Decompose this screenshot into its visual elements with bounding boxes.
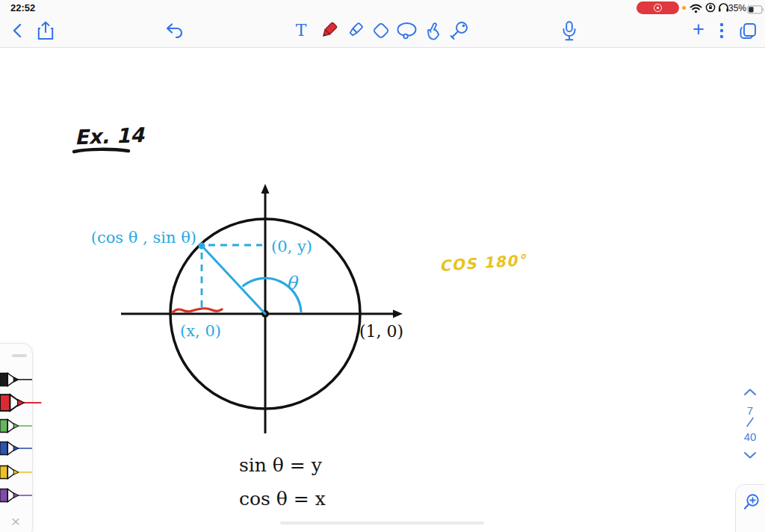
pen-palette: × (0, 343, 33, 532)
lasso-icon (397, 21, 418, 40)
back-button[interactable] (6, 19, 28, 42)
pen-icon (319, 21, 338, 40)
undo-button[interactable] (163, 19, 185, 42)
y-axis-point-label: (0, y) (271, 238, 312, 256)
pen-tool-green[interactable] (0, 417, 34, 435)
recording-indicator[interactable] (637, 1, 679, 14)
pen-tool-button[interactable] (318, 19, 340, 42)
highlight-note: COS 180° (439, 251, 527, 275)
radius-line (203, 247, 265, 314)
x-foot-label: (x, 0) (180, 322, 221, 340)
laser-pointer-icon (449, 21, 470, 40)
zoom-in-button[interactable] (742, 492, 761, 515)
eraser-tool-button[interactable] (370, 19, 392, 42)
zoom-tool-panel (735, 484, 765, 532)
add-page-button[interactable]: + (687, 19, 710, 42)
page-navigator: 7 40 (738, 386, 762, 463)
total-page-number: 40 (738, 430, 762, 443)
orientation-lock-icon (705, 2, 716, 16)
unit-circle-diagram: Ex. 14 (cos θ , sin θ) (0, y) θ (x, 0) (… (0, 47, 765, 532)
vertical-ellipsis-icon (719, 22, 724, 39)
chevron-left-icon (14, 25, 20, 37)
chevron-down-icon (743, 451, 757, 460)
microphone-icon (562, 21, 577, 41)
clock: 22:52 (10, 2, 35, 13)
angle-label: θ (286, 273, 299, 294)
unit-circle (170, 219, 360, 409)
equation-cos: cos θ = x (239, 488, 326, 510)
unit-point-label: (1, 0) (359, 322, 403, 341)
pointing-hand-icon (423, 21, 442, 40)
pages-overview-button[interactable] (737, 19, 759, 42)
text-tool-icon: T (296, 22, 307, 39)
lasso-tool-button[interactable] (396, 19, 418, 42)
text-tool-button[interactable]: T (290, 19, 312, 42)
mic-in-use-dot (682, 6, 686, 10)
plus-icon: + (693, 19, 704, 40)
note-canvas[interactable]: Ex. 14 (cos θ , sin θ) (0, y) θ (x, 0) (… (0, 47, 765, 532)
battery-icon (747, 4, 764, 17)
horizontal-scrollbar[interactable] (280, 522, 484, 525)
battery-percent: 35% (728, 3, 746, 13)
pen-tool-red[interactable] (0, 394, 34, 412)
next-page-button[interactable] (738, 449, 762, 463)
origin-dot (261, 310, 269, 318)
page-slash (743, 417, 757, 427)
magnifier-plus-icon (742, 492, 761, 512)
x-axis-arrow (393, 310, 403, 318)
headphones-icon (718, 2, 729, 16)
eraser-icon (371, 21, 391, 40)
point-label: (cos θ , sin θ) (91, 229, 196, 247)
palette-drag-handle[interactable] (12, 354, 27, 357)
undo-icon (165, 23, 183, 38)
top-chrome: 22:52 35% (0, 0, 765, 48)
record-icon (654, 4, 662, 12)
share-icon (37, 21, 54, 40)
pen-tool-blue[interactable] (0, 439, 34, 457)
share-button[interactable] (34, 19, 57, 42)
highlighter-tool-button[interactable] (344, 19, 366, 42)
chevron-up-icon (743, 388, 757, 396)
y-axis-arrow (261, 184, 270, 194)
wifi-icon (690, 3, 702, 16)
current-page-number[interactable]: 7 (738, 404, 762, 417)
highlighter-icon (345, 21, 365, 40)
terminal-point-dot (199, 243, 205, 250)
laser-pointer-button[interactable] (448, 19, 471, 42)
microphone-button[interactable] (558, 19, 580, 42)
pen-tool-yellow[interactable] (0, 463, 34, 481)
pages-icon (739, 22, 758, 40)
equation-sin: sin θ = y (239, 454, 323, 476)
angle-arc (244, 278, 302, 312)
red-squiggle-mark (173, 309, 222, 312)
previous-page-button[interactable] (738, 386, 762, 398)
palette-close-button[interactable]: × (7, 512, 25, 530)
pen-tool-purple[interactable] (0, 486, 34, 504)
pointer-hand-button[interactable] (421, 19, 444, 42)
more-menu-button[interactable] (710, 19, 733, 42)
exercise-label: Ex. 14 (74, 123, 145, 149)
exercise-underline (74, 149, 128, 152)
pen-tool-black[interactable] (0, 371, 34, 389)
